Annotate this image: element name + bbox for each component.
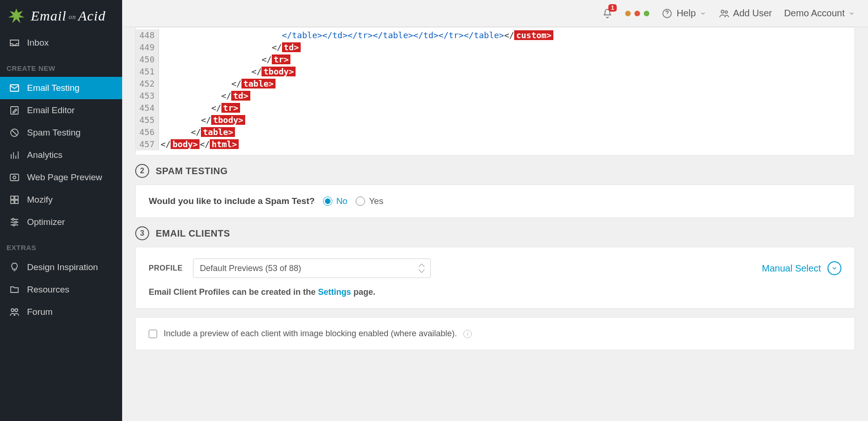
design-inspiration-icon bbox=[8, 261, 21, 273]
svg-point-10 bbox=[15, 221, 17, 223]
spam-testing-panel: Would you like to include a Spam Test? N… bbox=[135, 184, 855, 218]
profile-label: PROFILE bbox=[149, 264, 183, 272]
svg-point-13 bbox=[15, 309, 18, 312]
nav-label: Inbox bbox=[27, 38, 48, 48]
nav-forum[interactable]: Forum bbox=[0, 301, 122, 323]
status-dots bbox=[625, 11, 649, 16]
profile-select-value: Default Previews (53 of 88) bbox=[200, 264, 301, 273]
svg-rect-6 bbox=[15, 196, 18, 199]
analytics-icon bbox=[8, 149, 21, 161]
section-create-new: CREATE NEW bbox=[0, 54, 122, 77]
svg-point-15 bbox=[721, 10, 724, 13]
settings-link[interactable]: Settings bbox=[318, 287, 351, 297]
inbox-icon bbox=[8, 37, 21, 49]
line-gutter: 448449450451452453454455456457 bbox=[136, 29, 159, 150]
nav-label: Email Editor bbox=[27, 105, 75, 115]
brand-logo[interactable]: Email on Acid bbox=[0, 0, 122, 32]
nav-label: Optimizer bbox=[27, 217, 65, 227]
chevron-down-icon bbox=[827, 261, 841, 275]
chevron-down-icon bbox=[848, 10, 855, 17]
nav-label: Resources bbox=[27, 285, 69, 295]
svg-point-16 bbox=[725, 11, 727, 13]
svg-rect-7 bbox=[11, 200, 14, 204]
chevron-down-icon bbox=[700, 10, 706, 17]
email-editor-icon bbox=[8, 104, 21, 116]
content-area: 448449450451452453454455456457 </table><… bbox=[122, 27, 868, 421]
status-dot bbox=[644, 11, 649, 16]
step-title-email-clients: EMAIL CLIENTS bbox=[156, 228, 230, 239]
forum-icon bbox=[8, 306, 21, 318]
notifications-button[interactable]: 1 bbox=[602, 8, 613, 19]
svg-point-4 bbox=[13, 176, 16, 179]
sidebar: Email on Acid Inbox CREATE NEW Email Tes… bbox=[0, 0, 122, 421]
section-extras: EXTRAS bbox=[0, 233, 122, 256]
svg-rect-3 bbox=[10, 174, 19, 181]
nav-label: Spam Testing bbox=[27, 128, 81, 138]
email-testing-icon bbox=[8, 82, 21, 94]
nav-resources[interactable]: Resources bbox=[0, 278, 122, 301]
brand-wordmark: Email on Acid bbox=[31, 8, 106, 24]
nav-analytics[interactable]: Analytics bbox=[0, 144, 122, 166]
topbar: 1 Help Add User Demo Account bbox=[122, 0, 868, 27]
include-preview-label: Include a preview of each client with im… bbox=[164, 329, 457, 339]
manual-select-button[interactable]: Manual Select bbox=[762, 261, 841, 275]
nav-spam-testing[interactable]: Spam Testing bbox=[0, 122, 122, 144]
add-user-button[interactable]: Add User bbox=[718, 8, 772, 19]
step-3-header: 3 EMAIL CLIENTS bbox=[135, 226, 855, 240]
radio-label: Yes bbox=[369, 196, 383, 206]
web-page-preview-icon bbox=[8, 171, 21, 183]
spam-test-yes-radio[interactable] bbox=[356, 197, 365, 206]
manual-select-label: Manual Select bbox=[762, 263, 821, 274]
profile-select[interactable]: Default Previews (53 of 88) bbox=[193, 258, 431, 278]
step-number-3: 3 bbox=[135, 226, 149, 240]
account-label: Demo Account bbox=[784, 8, 845, 19]
logo-splat-icon bbox=[7, 6, 26, 26]
svg-rect-5 bbox=[11, 196, 14, 199]
nav-label: Email Testing bbox=[27, 83, 80, 93]
mozify-icon bbox=[8, 194, 21, 206]
info-icon[interactable]: i bbox=[463, 330, 472, 338]
svg-point-9 bbox=[12, 218, 14, 220]
add-user-label: Add User bbox=[733, 8, 772, 19]
nav-mozify[interactable]: Mozify bbox=[0, 189, 122, 211]
nav-optimizer[interactable]: Optimizer bbox=[0, 211, 122, 233]
spam-test-question: Would you like to include a Spam Test? bbox=[149, 196, 315, 206]
account-menu[interactable]: Demo Account bbox=[784, 8, 855, 19]
nav-label: Mozify bbox=[27, 195, 53, 205]
nav-label: Web Page Preview bbox=[27, 172, 102, 183]
nav-email-testing[interactable]: Email Testing bbox=[0, 77, 122, 99]
spam-test-no-option[interactable]: No bbox=[323, 196, 347, 206]
svg-point-12 bbox=[11, 309, 14, 312]
code-editor-panel: 448449450451452453454455456457 </table><… bbox=[135, 27, 855, 156]
nav-label: Forum bbox=[27, 307, 53, 317]
nav-inbox[interactable]: Inbox bbox=[0, 32, 122, 54]
help-icon bbox=[661, 8, 673, 19]
radio-label: No bbox=[336, 196, 347, 206]
image-blocking-panel: Include a preview of each client with im… bbox=[135, 317, 855, 350]
step-2-header: 2 SPAM TESTING bbox=[135, 164, 855, 178]
profile-helper-text: Email Client Profiles can be created in … bbox=[149, 287, 841, 297]
help-label: Help bbox=[676, 8, 696, 19]
status-dot bbox=[634, 11, 640, 16]
resources-icon bbox=[8, 284, 21, 296]
spam-test-no-radio[interactable] bbox=[323, 197, 332, 206]
nav-label: Design Inspiration bbox=[27, 262, 98, 272]
step-title-spam-testing: SPAM TESTING bbox=[156, 166, 228, 177]
nav-email-editor[interactable]: Email Editor bbox=[0, 99, 122, 122]
include-preview-option[interactable]: Include a preview of each client with im… bbox=[149, 329, 841, 339]
step-number-2: 2 bbox=[135, 164, 149, 178]
spam-testing-icon bbox=[8, 127, 21, 139]
help-menu[interactable]: Help bbox=[661, 8, 706, 19]
email-clients-panel: PROFILE Default Previews (53 of 88) Manu… bbox=[135, 247, 855, 309]
code-editor[interactable]: 448449450451452453454455456457 </table><… bbox=[136, 27, 854, 155]
status-dot bbox=[625, 11, 631, 16]
svg-point-11 bbox=[13, 224, 15, 226]
spam-test-yes-option[interactable]: Yes bbox=[356, 196, 383, 206]
code-lines: </table></td></tr></table></td></tr></ta… bbox=[159, 29, 854, 150]
users-icon bbox=[718, 8, 730, 19]
optimizer-icon bbox=[8, 216, 21, 228]
notification-badge: 1 bbox=[608, 4, 617, 12]
nav-web-page-preview[interactable]: Web Page Preview bbox=[0, 166, 122, 189]
include-preview-checkbox[interactable] bbox=[149, 330, 157, 338]
nav-design-inspiration[interactable]: Design Inspiration bbox=[0, 256, 122, 278]
